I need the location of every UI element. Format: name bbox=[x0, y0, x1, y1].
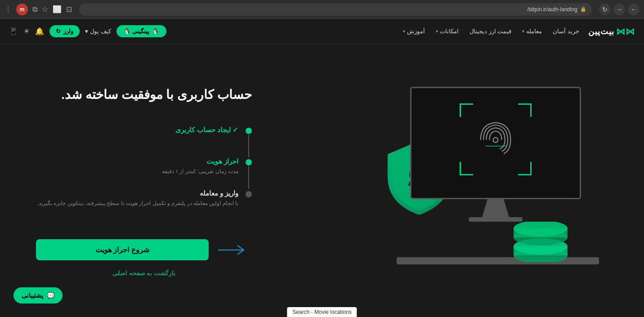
varize-button[interactable]: وارز ↻ bbox=[49, 25, 80, 37]
pinghini-button[interactable]: 🐧 پینگینی 🐧 bbox=[116, 25, 167, 37]
nav-education[interactable]: آموزش ▾ bbox=[403, 28, 425, 35]
logo-symbol: ⋈⋈ bbox=[616, 26, 635, 37]
extensions-icon: ⧉ bbox=[32, 5, 37, 13]
nav-links: خرید آسان معامله ▾ قیمت ارز دیجیتال امکا… bbox=[403, 28, 579, 35]
pinghini-icon: 🐧 bbox=[152, 28, 159, 35]
nav-trade[interactable]: معامله ▾ bbox=[522, 28, 542, 35]
main-content: حساب کاربری با موفقیت ساخته شد. ✓ ایجاد … bbox=[0, 44, 644, 309]
back-to-home-link[interactable]: بازگشت به صفحه اصلی bbox=[36, 269, 252, 277]
trade-arrow: ▾ bbox=[522, 29, 524, 34]
step1-title: ✓ ایجاد حساب کاربری bbox=[36, 126, 238, 134]
nav-easy-buy[interactable]: خرید آسان bbox=[553, 28, 579, 35]
corner-tl bbox=[460, 103, 473, 117]
step2-info: احراز هویت مدت زمان تقریبی: کمتر از ۱ دق… bbox=[36, 157, 238, 189]
forward-button[interactable]: → bbox=[613, 4, 625, 15]
browser-chrome: ← → ↻ 🔒 bitpin.ir/auth-landing/ ⊡ ⬜ ☆ ⧉ … bbox=[0, 0, 644, 19]
browser-actions: ⊡ ⬜ ☆ ⧉ m ⋮ bbox=[4, 4, 72, 15]
step-1: ✓ ایجاد حساب کاربری bbox=[36, 126, 252, 157]
cast-icon: ⊡ bbox=[66, 5, 72, 13]
site-logo[interactable]: ⋈⋈ بیت‌پین bbox=[588, 26, 635, 37]
kif-pol-link[interactable]: کیف پول ▾ bbox=[85, 28, 111, 35]
step2-connector bbox=[248, 166, 249, 189]
step3-line bbox=[246, 189, 252, 197]
navbar-right: ⋈⋈ بیت‌پین خرید آسان معامله ▾ قیمت ارز د… bbox=[403, 26, 635, 37]
brightness-button[interactable]: ☀ bbox=[23, 27, 30, 36]
step3-subtitle: با انجام اولین معامله در پلتفرم و تکمیل … bbox=[36, 199, 238, 208]
svg-point-2 bbox=[493, 138, 498, 143]
reload-button[interactable]: ↻ bbox=[599, 4, 611, 15]
support-icon: 💬 bbox=[47, 292, 54, 299]
coins-illustration bbox=[500, 222, 581, 262]
step2-subtitle: مدت زمان تقریبی: کمتر از ۱ دقیقه bbox=[36, 167, 238, 176]
step2-dot bbox=[246, 159, 252, 165]
step1-connector bbox=[248, 135, 249, 157]
main-navbar: ⋈⋈ بیت‌پین خرید آسان معامله ▾ قیمت ارز د… bbox=[0, 19, 644, 44]
step3-info: واریز و معامله با انجام اولین معامله در … bbox=[36, 189, 238, 221]
corner-tr bbox=[518, 103, 532, 117]
tooltip-bar: Search - Movie locations bbox=[287, 307, 357, 317]
step1-info: ✓ ایجاد حساب کاربری bbox=[36, 126, 238, 149]
address-bar[interactable]: 🔒 bitpin.ir/auth-landing/ bbox=[79, 3, 592, 16]
corner-br bbox=[518, 162, 532, 175]
features-arrow: ▾ bbox=[436, 29, 438, 34]
step2-line bbox=[246, 157, 252, 189]
user-avatar[interactable]: m bbox=[16, 4, 28, 15]
education-arrow: ▾ bbox=[403, 29, 405, 34]
back-button[interactable]: ← bbox=[628, 4, 640, 15]
nav-features[interactable]: امکانات ▾ bbox=[436, 28, 459, 35]
monitor-stand bbox=[482, 199, 509, 217]
varize-icon: ↻ bbox=[56, 28, 61, 35]
arrow-icon bbox=[216, 242, 252, 258]
pinghini-label: پینگینی 🐧 bbox=[124, 28, 150, 35]
step2-title: احراز هویت bbox=[36, 157, 238, 165]
monitor-base bbox=[469, 217, 523, 222]
corner-bl bbox=[460, 162, 473, 175]
step1-dot bbox=[246, 128, 252, 134]
step-3: واریز و معامله با انجام اولین معامله در … bbox=[36, 189, 252, 221]
bookmark-icon: ☆ bbox=[42, 5, 48, 13]
page-title: حساب کاربری با موفقیت ساخته شد. bbox=[36, 86, 252, 103]
right-content: حساب کاربری با موفقیت ساخته شد. ✓ ایجاد … bbox=[36, 86, 270, 277]
lock-icon: 🔒 bbox=[580, 6, 586, 12]
url-text: bitpin.ir/auth-landing/ bbox=[528, 6, 577, 13]
step3-dot bbox=[246, 191, 252, 197]
monitor-screen bbox=[410, 87, 581, 199]
monitor-illustration bbox=[410, 87, 581, 217]
screenshot-icon: ⬜ bbox=[53, 5, 62, 13]
navbar-left: 🐧 پینگینی 🐧 کیف پول ▾ وارز ↻ 🔔 ☀ 📱 bbox=[9, 25, 166, 37]
hero-illustration bbox=[374, 73, 608, 289]
support-button[interactable]: 💬 پشتیبانی bbox=[13, 287, 63, 304]
browser-controls: ← → ↻ bbox=[599, 4, 640, 15]
step1-line bbox=[246, 126, 252, 157]
mobile-button[interactable]: 📱 bbox=[9, 27, 18, 36]
tooltip-text: Search - Movie locations bbox=[292, 309, 351, 315]
logo-text: بیت‌پین bbox=[588, 27, 614, 36]
cta-container: شروع احراز هویت bbox=[36, 239, 252, 260]
start-verification-button[interactable]: شروع احراز هویت bbox=[36, 239, 209, 260]
varize-label: وارز bbox=[63, 28, 73, 35]
fingerprint-icon bbox=[475, 120, 516, 162]
step-2: احراز هویت مدت زمان تقریبی: کمتر از ۱ دق… bbox=[36, 157, 252, 189]
steps-list: ✓ ایجاد حساب کاربری احراز هویت مدت زمان … bbox=[36, 126, 252, 221]
support-label: پشتیبانی bbox=[22, 292, 43, 299]
kif-pol-arrow: ▾ bbox=[85, 28, 88, 35]
kif-pol-label: کیف پول bbox=[90, 28, 111, 35]
notification-button[interactable]: 🔔 bbox=[35, 27, 44, 36]
nav-prices[interactable]: قیمت ارز دیجیتال bbox=[470, 28, 511, 35]
step3-title: واریز و معامله bbox=[36, 189, 238, 197]
menu-icon[interactable]: ⋮ bbox=[4, 5, 12, 13]
